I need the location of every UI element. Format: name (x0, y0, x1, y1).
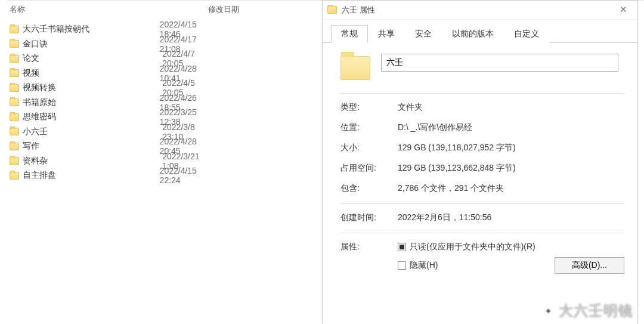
hidden-label: 隐藏(H) (410, 260, 438, 271)
folder-icon (10, 172, 19, 180)
folder-icon (10, 128, 19, 135)
folder-icon (10, 84, 19, 92)
folder-icon (10, 40, 19, 48)
hidden-checkbox[interactable] (398, 261, 406, 270)
file-name: 自主排盘 (23, 170, 56, 181)
file-name: 视频 (23, 68, 39, 79)
label-location: 位置: (340, 122, 398, 133)
column-header-name[interactable]: 名称 (7, 0, 206, 18)
file-name: 思维密码 (23, 112, 56, 122)
value-type: 文件夹 (398, 102, 624, 113)
dialog-title: 六壬 属性 (342, 5, 375, 16)
value-size-on-disk: 129 GB (139,123,662,848 字节) (398, 163, 624, 174)
label-type: 类型: (340, 102, 398, 113)
tab-security[interactable]: 安全 (405, 25, 442, 43)
folder-icon (10, 69, 19, 77)
value-contains: 2,786 个文件，291 个文件夹 (398, 183, 624, 194)
folder-icon (10, 113, 19, 121)
readonly-label: 只读(仅应用于文件夹中的文件)(R) (410, 242, 535, 252)
label-contains: 包含: (340, 183, 398, 194)
folder-icon (327, 6, 337, 14)
properties-dialog: 六壬 属性 ✕ 常规 共享 安全 以前的版本 自定义 类型:文件夹 位置:D:\… (322, 0, 638, 324)
readonly-checkbox[interactable] (398, 243, 406, 251)
file-name: 写作 (23, 141, 39, 152)
label-created: 创建时间: (340, 212, 398, 223)
folder-icon-large (340, 56, 370, 80)
tab-custom[interactable]: 自定义 (504, 25, 549, 43)
folder-icon (10, 157, 19, 165)
tab-previous[interactable]: 以前的版本 (442, 25, 504, 43)
tab-sharing[interactable]: 共享 (368, 25, 405, 43)
value-location: D:\ _.\写作\创作易经 (398, 122, 624, 133)
dialog-tabs: 常规 共享 安全 以前的版本 自定义 (323, 20, 637, 43)
value-created: 2022年2月6日，11:50:56 (398, 212, 624, 223)
close-button[interactable]: ✕ (611, 2, 635, 17)
file-name: 小六壬 (23, 126, 48, 137)
value-size: 129 GB (139,118,027,952 字节) (398, 143, 624, 153)
file-name: 视频转换 (23, 82, 56, 93)
folder-icon (10, 26, 19, 33)
file-name: 大六壬书籍按朝代 (23, 24, 89, 35)
tab-general[interactable]: 常规 (331, 25, 368, 43)
file-name: 书籍原始 (23, 97, 56, 108)
file-row[interactable]: 自主排盘2022/4/15 22:24 (7, 168, 206, 183)
file-name: 论文 (23, 53, 39, 64)
folder-icon (10, 98, 19, 106)
folder-icon (10, 143, 19, 150)
advanced-button[interactable]: 高级(D)... (555, 257, 624, 274)
folder-name-input[interactable] (381, 54, 618, 72)
folder-icon (10, 55, 19, 63)
dialog-titlebar[interactable]: 六壬 属性 ✕ (323, 1, 637, 20)
file-date: 2022/4/15 22:24 (160, 166, 206, 185)
label-size: 大小: (340, 143, 398, 153)
file-name: 资料杂 (23, 156, 48, 166)
label-attributes: 属性: (340, 242, 398, 252)
file-name: 金口诀 (23, 39, 48, 50)
label-size-on-disk: 占用空间: (340, 163, 398, 174)
